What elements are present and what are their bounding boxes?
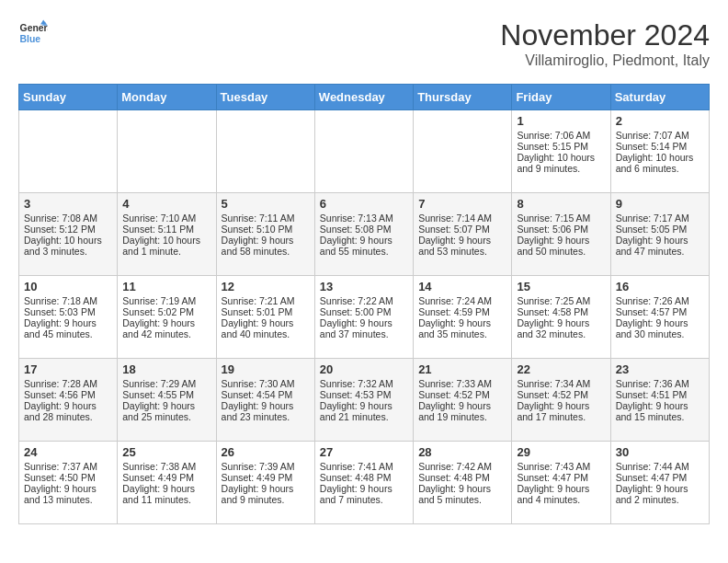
day-info: Sunset: 5:00 PM [320,306,408,317]
day-info: Sunset: 5:06 PM [517,224,605,235]
day-info: Daylight: 9 hours and 21 minutes. [320,400,408,422]
calendar-cell [314,110,413,193]
day-info: Sunrise: 7:19 AM [122,295,210,306]
day-info: Daylight: 9 hours and 13 minutes. [24,483,112,505]
day-info: Sunset: 5:08 PM [320,224,408,235]
day-info: Sunset: 5:03 PM [24,306,112,317]
calendar-cell: 5Sunrise: 7:11 AMSunset: 5:10 PMDaylight… [216,193,314,276]
day-info: Sunset: 4:49 PM [122,472,210,483]
day-info: Daylight: 9 hours and 4 minutes. [517,483,605,505]
calendar-cell: 8Sunrise: 7:15 AMSunset: 5:06 PMDaylight… [512,193,610,276]
calendar-week-2: 3Sunrise: 7:08 AMSunset: 5:12 PMDaylight… [19,193,710,276]
day-info: Sunrise: 7:38 AM [122,461,210,472]
calendar-cell [118,110,216,193]
calendar-cell [19,110,118,193]
calendar-cell: 15Sunrise: 7:25 AMSunset: 4:58 PMDayligh… [512,276,610,359]
day-number: 13 [320,280,408,293]
day-info: Sunset: 4:59 PM [418,306,506,317]
day-number: 22 [517,362,605,376]
day-info: Daylight: 9 hours and 42 minutes. [122,317,210,339]
day-info: Sunrise: 7:07 AM [616,130,704,141]
calendar-cell: 30Sunrise: 7:44 AMSunset: 4:47 PMDayligh… [610,442,709,524]
day-info: Daylight: 9 hours and 19 minutes. [418,400,506,422]
day-number: 15 [517,280,605,293]
location: Villamiroglio, Piedmont, Italy [500,52,710,69]
day-number: 10 [24,280,112,293]
day-number: 23 [616,362,704,376]
day-info: Sunrise: 7:33 AM [418,378,506,389]
day-number: 11 [122,280,210,293]
day-info: Daylight: 9 hours and 25 minutes. [122,400,210,422]
day-info: Daylight: 9 hours and 47 minutes. [616,235,704,257]
day-number: 1 [517,114,605,128]
day-info: Sunset: 4:51 PM [616,389,704,400]
day-info: Sunrise: 7:43 AM [517,461,605,472]
day-info: Daylight: 9 hours and 28 minutes. [24,400,112,422]
calendar-cell: 20Sunrise: 7:32 AMSunset: 4:53 PMDayligh… [314,359,413,442]
day-info: Sunset: 4:58 PM [517,306,605,317]
day-info: Sunset: 4:47 PM [517,472,605,483]
day-info: Sunset: 4:52 PM [517,389,605,400]
calendar-week-5: 24Sunrise: 7:37 AMSunset: 4:50 PMDayligh… [19,442,710,524]
day-info: Daylight: 9 hours and 30 minutes. [616,317,704,339]
calendar-cell: 27Sunrise: 7:41 AMSunset: 4:48 PMDayligh… [314,442,413,524]
calendar-cell [414,110,512,193]
calendar-week-4: 17Sunrise: 7:28 AMSunset: 4:56 PMDayligh… [19,359,710,442]
calendar-cell: 23Sunrise: 7:36 AMSunset: 4:51 PMDayligh… [610,359,709,442]
day-header-sunday: Sunday [19,85,118,110]
day-info: Daylight: 9 hours and 23 minutes. [222,400,310,422]
calendar-cell: 1Sunrise: 7:06 AMSunset: 5:15 PMDaylight… [512,110,610,193]
day-info: Sunset: 5:12 PM [24,224,112,235]
day-info: Daylight: 9 hours and 11 minutes. [122,483,210,505]
day-number: 6 [320,197,408,211]
day-info: Sunrise: 7:41 AM [320,461,408,472]
day-info: Sunrise: 7:14 AM [418,213,506,224]
day-info: Daylight: 9 hours and 35 minutes. [418,317,506,339]
calendar-table: SundayMondayTuesdayWednesdayThursdayFrid… [18,84,710,524]
day-info: Daylight: 9 hours and 2 minutes. [616,483,704,505]
calendar-header-row: SundayMondayTuesdayWednesdayThursdayFrid… [19,85,710,110]
day-number: 24 [24,445,112,459]
day-info: Sunrise: 7:21 AM [222,295,310,306]
calendar-cell: 18Sunrise: 7:29 AMSunset: 4:55 PMDayligh… [118,359,216,442]
day-info: Daylight: 9 hours and 15 minutes. [616,400,704,422]
day-info: Sunset: 4:47 PM [616,472,704,483]
day-number: 9 [616,197,704,211]
day-number: 20 [320,362,408,376]
day-info: Sunrise: 7:08 AM [24,213,112,224]
day-info: Daylight: 9 hours and 45 minutes. [24,317,112,339]
day-info: Sunset: 5:05 PM [616,224,704,235]
day-info: Sunset: 4:52 PM [418,389,506,400]
day-info: Daylight: 9 hours and 5 minutes. [418,483,506,505]
day-number: 21 [418,362,506,376]
day-info: Sunrise: 7:28 AM [24,378,112,389]
day-number: 7 [418,197,506,211]
day-info: Sunset: 5:02 PM [122,306,210,317]
day-info: Sunrise: 7:42 AM [418,461,506,472]
day-info: Sunrise: 7:30 AM [222,378,310,389]
day-info: Daylight: 10 hours and 1 minute. [122,235,210,257]
day-info: Sunrise: 7:37 AM [24,461,112,472]
day-info: Sunrise: 7:22 AM [320,295,408,306]
day-header-thursday: Thursday [414,85,512,110]
day-info: Sunrise: 7:18 AM [24,295,112,306]
logo-icon: General Blue [18,18,48,48]
calendar-cell: 9Sunrise: 7:17 AMSunset: 5:05 PMDaylight… [610,193,709,276]
calendar-cell: 4Sunrise: 7:10 AMSunset: 5:11 PMDaylight… [118,193,216,276]
day-info: Sunset: 5:01 PM [222,306,310,317]
calendar-cell: 14Sunrise: 7:24 AMSunset: 4:59 PMDayligh… [414,276,512,359]
day-info: Daylight: 9 hours and 9 minutes. [222,483,310,505]
day-header-wednesday: Wednesday [314,85,413,110]
calendar-week-1: 1Sunrise: 7:06 AMSunset: 5:15 PMDaylight… [19,110,710,193]
day-info: Sunrise: 7:25 AM [517,295,605,306]
day-info: Sunset: 4:50 PM [24,472,112,483]
day-info: Daylight: 9 hours and 32 minutes. [517,317,605,339]
day-info: Sunset: 4:56 PM [24,389,112,400]
day-info: Sunset: 4:53 PM [320,389,408,400]
day-number: 28 [418,445,506,459]
calendar-cell: 24Sunrise: 7:37 AMSunset: 4:50 PMDayligh… [19,442,118,524]
day-info: Daylight: 10 hours and 6 minutes. [616,152,704,174]
month-title: November 2024 [500,18,710,52]
day-number: 25 [122,445,210,459]
svg-text:Blue: Blue [20,34,41,44]
